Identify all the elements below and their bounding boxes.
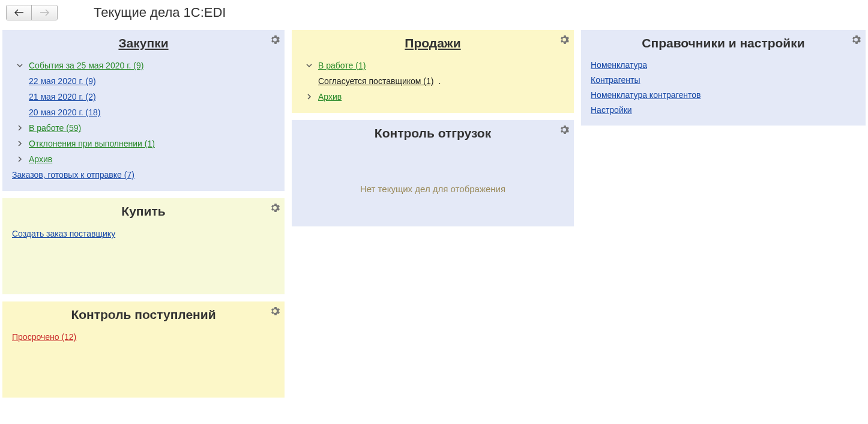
settings-title: Справочники и настройки xyxy=(591,36,856,50)
link-in-work[interactable]: В работе (59) xyxy=(29,123,81,133)
receipts-link-row: Просрочено (12) xyxy=(12,329,275,345)
buy-title: Купить xyxy=(12,204,275,219)
tree-row-in-work: В работе (59) xyxy=(16,120,275,136)
column-3: Справочники и настройки Номенклатура Кон… xyxy=(581,30,866,398)
chevron-right-icon[interactable] xyxy=(16,139,24,148)
chevron-right-icon[interactable] xyxy=(305,92,313,101)
link-sales-archive[interactable]: Архив xyxy=(318,92,342,101)
panel-receipts: Контроль поступлений Просрочено (12) xyxy=(2,301,285,398)
buy-link-row: Создать заказ поставщику xyxy=(12,226,275,241)
purchases-tree: События за 25 мая 2020 г. (9) 22 мая 202… xyxy=(12,58,275,167)
link-date-22[interactable]: 22 мая 2020 г. (9) xyxy=(29,76,96,86)
gear-icon[interactable] xyxy=(270,203,280,214)
tree-row-deviations: Отклонения при выполнении (1) xyxy=(16,136,275,151)
sales-tree: В работе (1) Согласуется поставщиком (1)… xyxy=(301,58,564,104)
link-date-20[interactable]: 20 мая 2020 г. (18) xyxy=(29,108,100,117)
receipts-title: Контроль поступлений xyxy=(12,307,275,322)
shipments-title: Контроль отгрузок xyxy=(301,126,564,141)
empty-message: Нет текущих дел для отображения xyxy=(301,148,564,218)
panel-buy: Купить Создать заказ поставщику xyxy=(2,198,285,294)
link-agreed[interactable]: Согласуется поставщиком (1) xyxy=(318,76,433,86)
tree-row-events: События за 25 мая 2020 г. (9) xyxy=(16,58,275,73)
sales-title[interactable]: Продажи xyxy=(301,36,564,50)
panel-settings: Справочники и настройки Номенклатура Кон… xyxy=(581,30,866,126)
link-sales-in-work[interactable]: В работе (1) xyxy=(318,61,366,70)
back-button[interactable] xyxy=(7,5,32,20)
gear-icon[interactable] xyxy=(559,125,569,136)
chevron-right-icon[interactable] xyxy=(16,124,24,132)
tree-row-archive: Архив xyxy=(305,89,564,104)
gear-icon[interactable] xyxy=(270,35,280,46)
panel-shipments: Контроль отгрузок Нет текущих дел для от… xyxy=(292,120,574,226)
tree-row-agreed: Согласуется поставщиком (1). xyxy=(305,73,564,89)
header: Текущие дела 1C:EDI xyxy=(0,0,868,25)
panel-purchases: Закупки События за 25 мая 2020 г. (9) 22… xyxy=(2,30,285,191)
page-title: Текущие дела 1C:EDI xyxy=(94,5,226,20)
main-columns: Закупки События за 25 мая 2020 г. (9) 22… xyxy=(0,25,868,402)
link-ready-orders[interactable]: Заказов, готовых к отправке (7) xyxy=(12,170,134,180)
link-overdue[interactable]: Просрочено (12) xyxy=(12,332,76,342)
link-create-order[interactable]: Создать заказ поставщику xyxy=(12,229,115,238)
chevron-down-icon[interactable] xyxy=(16,61,24,70)
panel-sales: Продажи В работе (1) Согласуется поставщ… xyxy=(292,30,574,113)
chevron-right-icon[interactable] xyxy=(16,155,24,163)
link-date-21[interactable]: 21 мая 2020 г. (2) xyxy=(29,92,96,101)
tree-row-date: 22 мая 2020 г. (9) xyxy=(16,73,275,89)
column-1: Закупки События за 25 мая 2020 г. (9) 22… xyxy=(2,30,285,398)
link-settings[interactable]: Настройки xyxy=(591,105,632,115)
arrow-left-icon xyxy=(14,9,24,16)
chevron-down-icon[interactable] xyxy=(305,61,313,70)
tree-row-archive: Архив xyxy=(16,151,275,167)
nav-buttons xyxy=(6,5,58,20)
tree-row-date: 21 мая 2020 г. (2) xyxy=(16,89,275,104)
gear-icon[interactable] xyxy=(559,35,569,46)
arrow-right-icon xyxy=(40,9,49,16)
purchases-title[interactable]: Закупки xyxy=(12,36,275,50)
link-events-today[interactable]: События за 25 мая 2020 г. (9) xyxy=(29,61,143,70)
gear-icon[interactable] xyxy=(270,306,280,318)
forward-button[interactable] xyxy=(32,5,57,20)
link-counterparty-nomenclature[interactable]: Номенклатура контрагентов xyxy=(591,90,701,100)
link-deviations[interactable]: Отклонения при выполнении (1) xyxy=(29,139,155,148)
tree-row-in-work: В работе (1) xyxy=(305,58,564,73)
settings-list: Номенклатура Контрагенты Номенклатура ко… xyxy=(591,58,856,117)
tree-row-date: 20 мая 2020 г. (18) xyxy=(16,104,275,120)
link-counterparties[interactable]: Контрагенты xyxy=(591,75,640,85)
link-archive[interactable]: Архив xyxy=(29,154,52,164)
bottom-link-row: Заказов, готовых к отправке (7) xyxy=(12,167,275,183)
gear-icon[interactable] xyxy=(851,35,861,46)
link-nomenclature[interactable]: Номенклатура xyxy=(591,60,647,70)
column-2: Продажи В работе (1) Согласуется поставщ… xyxy=(292,30,574,398)
